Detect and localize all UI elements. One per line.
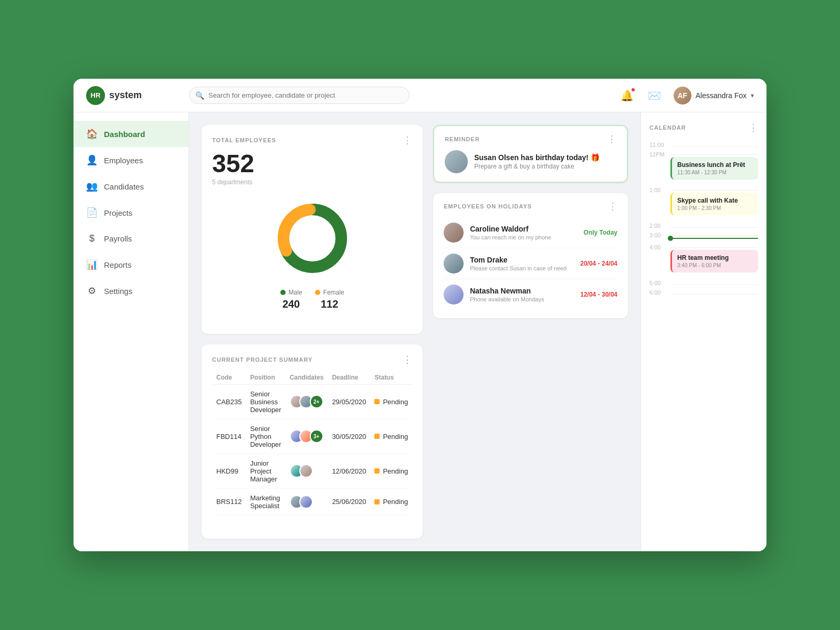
holiday-avatar-2 [444, 254, 464, 274]
user-menu[interactable]: AF Alessandra Fox ▾ [674, 87, 754, 104]
status-dot-3 [374, 468, 380, 474]
top-nav: HR system 🔍 🔔 ✉️ AF Alessandra Fox ▾ [74, 79, 766, 112]
holiday-note-1: You can reach me on my phone [470, 234, 577, 240]
employee-count: 352 [212, 151, 412, 176]
sidebar-label-payrolls: Payrolls [104, 234, 132, 243]
calendar-more-button[interactable]: ⋮ [749, 123, 758, 132]
table-row: BRS112 Marketing Specialist 25/06/2020 [212, 488, 412, 515]
donut-chart [270, 196, 354, 280]
project-label: CURRENT PROJECT SUMMARY [212, 356, 312, 363]
holiday-item-2: Tom Drake Please contact Susan in case o… [444, 248, 617, 279]
holiday-note-3: Phone available on Mondays [470, 296, 574, 302]
col-status: Status [370, 371, 412, 385]
time-slot-200: 2:00 [649, 222, 758, 229]
reminder-text-block: Susan Olsen has birthday today! 🎁 Prepar… [474, 153, 600, 170]
mail-button[interactable]: ✉️ [646, 87, 663, 104]
sidebar-label-candidates: Candidates [104, 182, 144, 191]
sidebar-item-dashboard[interactable]: 🏠 Dashboard [74, 121, 188, 147]
reminder-more-button[interactable]: ⋮ [607, 134, 616, 144]
holidays-more-button[interactable]: ⋮ [608, 202, 617, 211]
sidebar-item-projects[interactable]: 📄 Projects [74, 200, 188, 226]
project-candidates-3 [286, 454, 328, 488]
project-code-2: FBD114 [212, 419, 246, 454]
event-title-1: Business lunch at Prêt [677, 161, 753, 169]
calendar-timeline: 11:00 12PM Business lunch at Prêt 11:30 … [649, 141, 758, 541]
project-status-2: Pending [370, 419, 412, 454]
event-time-1: 11:30 AM - 12:30 PM [677, 170, 753, 175]
employees-more-button[interactable]: ⋮ [403, 135, 412, 145]
project-candidates-4 [286, 488, 328, 515]
time-label-1100: 11:00 [649, 141, 666, 148]
project-more-button[interactable]: ⋮ [403, 355, 412, 364]
employees-card-header: TOTAL EMPLOYEES ⋮ [212, 135, 412, 145]
status-badge-3: Pending [374, 467, 408, 475]
calendar-header: CALENDAR ⋮ [649, 123, 758, 132]
time-label-200: 2:00 [649, 222, 666, 229]
event-title-2: Skype call with Kate [677, 197, 753, 204]
sidebar-item-employees[interactable]: 👤 Employees [74, 147, 188, 173]
app-window: HR system 🔍 🔔 ✉️ AF Alessandra Fox ▾ [74, 79, 766, 551]
cand-av-6 [299, 464, 313, 478]
calendar-event-1[interactable]: Business lunch at Prêt 11:30 AM - 12:30 … [670, 157, 758, 180]
status-dot-2 [374, 434, 380, 439]
project-table-body: CAB235 Senior Business Developer 2+ 29/0… [212, 384, 412, 515]
time-label-400: 4:00 [649, 243, 666, 250]
main-layout: 🏠 Dashboard 👤 Employees 👥 Candidates 📄 P… [74, 112, 766, 551]
notification-bell-button[interactable]: 🔔 [619, 87, 636, 104]
calendar-event-3[interactable]: HR team meeting 3:40 PM - 6:00 PM [670, 250, 758, 272]
time-label-500: 5:00 [649, 279, 666, 286]
person-icon: 👤 [86, 154, 98, 166]
time-slot-12pm-content: Business lunch at Prêt 11:30 AM - 12:30 … [670, 150, 758, 184]
legend-female: Female 112 [315, 289, 344, 310]
status-dot-1 [374, 399, 380, 404]
sidebar-item-settings[interactable]: ⚙ Settings [74, 278, 188, 304]
sidebar-label-projects: Projects [104, 208, 132, 217]
sidebar-item-payrolls[interactable]: $ Payrolls [74, 226, 188, 251]
male-count: 240 [282, 298, 300, 310]
time-line-600 [670, 294, 758, 295]
event-time-2: 1:00 PM - 2:30 PM [677, 205, 753, 211]
dollar-icon: $ [86, 233, 98, 244]
holiday-name-2: Tom Drake [470, 256, 574, 264]
search-bar[interactable]: 🔍 [189, 87, 410, 104]
sidebar-item-candidates[interactable]: 👥 Candidates [74, 173, 188, 200]
time-label-100: 1:00 [649, 186, 666, 193]
sidebar-item-reports[interactable]: 📊 Reports [74, 251, 188, 278]
reminder-avatar [445, 150, 468, 173]
reminder-subtitle: Prepare a gift & buy a birthday cake [474, 163, 600, 170]
cand-av-8 [299, 495, 313, 509]
project-code-1: CAB235 [212, 384, 246, 419]
holiday-avatar-3 [444, 285, 464, 304]
holiday-note-2: Please contact Susan in case of need [470, 265, 574, 271]
search-icon: 🔍 [195, 91, 204, 100]
project-table-head: Code Position Candidates Deadline Status [212, 371, 412, 385]
logo-icon: HR [86, 86, 105, 105]
project-status-4: Pending [370, 488, 412, 515]
project-deadline-4: 25/06/2020 [328, 488, 370, 515]
holiday-name-1: Caroline Waldorf [470, 225, 577, 233]
sidebar-label-dashboard: Dashboard [104, 130, 145, 139]
home-icon: 🏠 [86, 128, 98, 140]
female-count: 112 [321, 298, 338, 310]
male-label: Male [289, 289, 302, 296]
content-area: TOTAL EMPLOYEES ⋮ 352 5 departments [189, 112, 640, 551]
project-position-1: Senior Business Developer [246, 384, 285, 419]
project-position-4: Marketing Specialist [246, 488, 285, 515]
time-slot-300: 3:00 [649, 231, 758, 241]
project-position-3: Junior Project Manager [246, 454, 285, 488]
time-line-400 [670, 247, 758, 248]
calendar-event-2[interactable]: Skype call with Kate 1:00 PM - 2:30 PM [670, 193, 758, 215]
table-row: HKD99 Junior Project Manager 12/06/2020 [212, 454, 412, 488]
calendar-label: CALENDAR [649, 124, 686, 131]
candidate-avatars-4 [290, 495, 324, 509]
donut-chart-container: Male 240 Female 112 [212, 196, 412, 310]
legend-male: Male 240 [280, 289, 302, 310]
project-deadline-2: 30/05/2020 [328, 419, 370, 454]
holidays-card: EMPLOYEES ON HOLIDAYS ⋮ Caroline Waldorf… [433, 193, 628, 318]
sidebar-label-reports: Reports [104, 260, 132, 269]
project-table: Code Position Candidates Deadline Status… [212, 371, 412, 516]
holiday-date-1: Only Today [584, 229, 617, 236]
search-input[interactable] [189, 87, 410, 104]
female-dot [315, 290, 320, 295]
right-column: REMINDER ⋮ Susan Olsen has birthday toda… [433, 125, 628, 539]
